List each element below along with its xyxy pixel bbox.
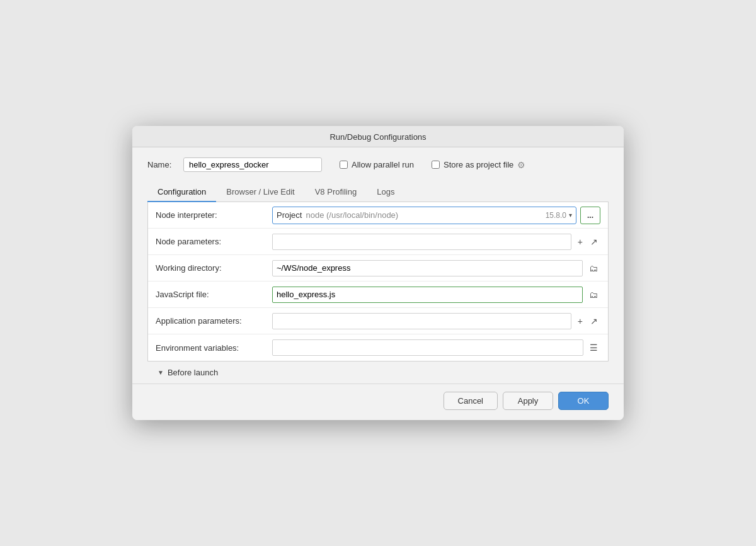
store-project-label: Store as project file [444,160,513,169]
allow-parallel-label: Allow parallel run [352,160,414,169]
ok-button[interactable]: OK [558,392,609,410]
application-parameters-field: + ↗ [272,313,600,329]
cancel-button[interactable]: Cancel [444,392,498,410]
environment-variables-field: ☰ [272,339,600,356]
environment-variables-input[interactable] [272,339,583,356]
dialog-titlebar: Run/Debug Configurations [132,126,624,147]
name-input[interactable] [183,157,322,172]
tab-logs[interactable]: Logs [367,182,404,202]
tab-v8-profiling[interactable]: V8 Profiling [305,182,367,202]
node-parameters-add-button[interactable]: + [575,236,585,248]
javascript-file-input[interactable] [272,287,583,303]
working-directory-label: Working directory: [156,263,272,273]
dropdown-arrow-icon[interactable]: ▾ [569,212,572,219]
tab-configuration[interactable]: Configuration [147,182,216,202]
working-directory-input[interactable] [272,260,583,276]
node-interpreter-row: Node interpreter: Project node (/usr/loc… [148,202,608,229]
name-label: Name: [147,160,176,169]
interpreter-version: 15.8.0 [546,211,566,220]
before-launch-toggle[interactable]: ▼ [158,369,164,376]
interpreter-browse-button[interactable]: ... [580,207,600,224]
apply-button[interactable]: Apply [503,392,553,410]
application-parameters-expand-button[interactable]: ↗ [588,315,600,327]
working-directory-row: Working directory: 🗂 [148,255,608,282]
run-debug-dialog: Run/Debug Configurations Name: Allow par… [132,126,624,420]
allow-parallel-group: Allow parallel run [340,160,414,169]
javascript-file-row: JavaScript file: 🗂 [148,282,608,308]
javascript-file-field: 🗂 [272,287,600,303]
node-parameters-row: Node parameters: + ↗ [148,229,608,255]
name-row: Name: Allow parallel run Store as projec… [147,157,609,172]
working-directory-field: 🗂 [272,260,600,276]
node-parameters-expand-button[interactable]: ↗ [588,236,600,248]
interpreter-project: Project [277,210,302,220]
store-project-checkbox[interactable] [432,161,440,169]
dialog-title: Run/Debug Configurations [329,132,426,142]
dialog-body: Name: Allow parallel run Store as projec… [132,147,624,384]
gear-icon: ⚙ [517,160,525,170]
application-parameters-actions: + ↗ [575,315,600,327]
environment-variables-edit-button[interactable]: ☰ [587,341,600,354]
javascript-file-browse-button[interactable]: 🗂 [587,288,600,301]
folder-icon: 🗂 [589,263,598,273]
node-interpreter-field: Project node (/usr/local/bin/node) 15.8.… [272,207,600,224]
node-interpreter-label: Node interpreter: [156,210,272,220]
node-parameters-label: Node parameters: [156,237,272,246]
env-icon: ☰ [590,343,598,353]
tab-browser-live-edit[interactable]: Browser / Live Edit [216,182,304,202]
environment-variables-label: Environment variables: [156,343,272,353]
application-parameters-add-button[interactable]: + [575,315,585,327]
before-launch-section: ▼ Before launch [147,361,609,384]
node-parameters-field: + ↗ [272,234,600,250]
application-parameters-label: Application parameters: [156,316,272,326]
before-launch-label: Before launch [168,368,218,377]
store-project-group: Store as project file ⚙ [432,160,525,170]
tabs: Configuration Browser / Live Edit V8 Pro… [147,182,609,202]
interpreter-path: node (/usr/local/bin/node) [306,210,545,220]
allow-parallel-checkbox[interactable] [340,161,348,169]
interpreter-selector[interactable]: Project node (/usr/local/bin/node) 15.8.… [272,207,576,224]
node-parameters-input[interactable] [272,234,571,250]
environment-variables-row: Environment variables: ☰ [148,334,608,361]
dialog-footer: Cancel Apply OK [132,384,624,420]
application-parameters-input[interactable] [272,313,571,329]
node-parameters-actions: + ↗ [575,236,600,248]
application-parameters-row: Application parameters: + ↗ [148,308,608,334]
folder-icon-js: 🗂 [589,290,598,300]
config-panel: Node interpreter: Project node (/usr/loc… [147,202,609,361]
working-directory-browse-button[interactable]: 🗂 [587,262,600,275]
javascript-file-label: JavaScript file: [156,290,272,299]
